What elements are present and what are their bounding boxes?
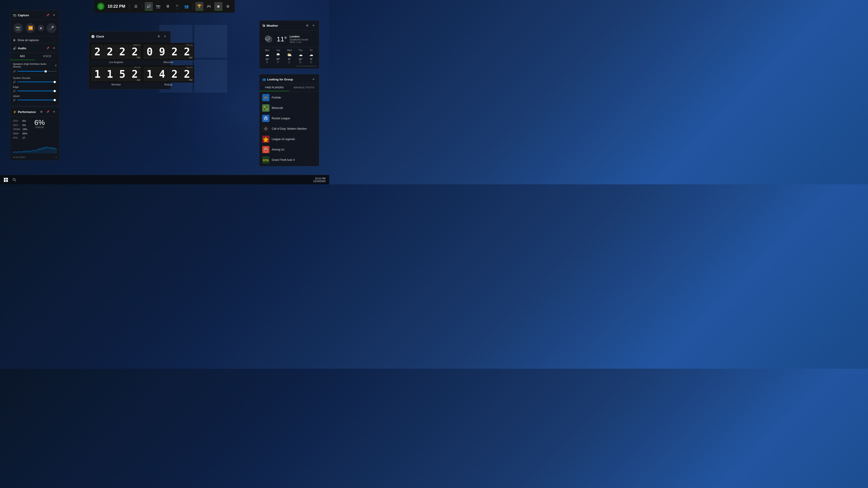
xbox-controller-btn[interactable]: 🎮: [205, 2, 213, 11]
gta5-label: Grand Theft Auto V: [272, 158, 295, 162]
rocket-league-label: Rocket League: [272, 117, 290, 120]
gpu-label: GPU: [13, 123, 22, 127]
clock-moscow: 0 9 2 2 Thu 24 AM Moscow: [143, 43, 194, 65]
system-sounds-icon: 🔊: [13, 80, 16, 84]
perf-pin-btn[interactable]: 📌: [45, 109, 51, 115]
lfg-tab-manage-posts[interactable]: MANAGE POSTS: [289, 84, 319, 91]
device-volume-track[interactable]: [18, 71, 57, 72]
perf-content: CPU 6% GPU 5% VRAM 19% RAM 56% FPS 17 6%…: [10, 117, 59, 142]
weather-settings-btn[interactable]: ⚙: [305, 23, 310, 28]
clock-la-label: Los Angeles: [90, 60, 142, 65]
capture-close-btn[interactable]: ✕: [51, 12, 57, 18]
among-us-icon: [262, 146, 270, 153]
lfg-tab-find-players[interactable]: FIND PLAYERS: [259, 84, 289, 91]
clock-moscow-label: Moscow: [143, 60, 194, 65]
perf-close-btn[interactable]: ✕: [51, 109, 57, 115]
record-last-btn[interactable]: ⏪: [26, 23, 35, 33]
lfg-panel: 👥 Looking for Group ✕ FIND PLAYERS MANAG…: [259, 74, 319, 166]
weather-close-btn[interactable]: ✕: [311, 23, 316, 28]
taskbar-clock[interactable]: 10:22 PM 12/23/2020: [313, 177, 327, 183]
audio-tab-mix[interactable]: MIX: [10, 53, 35, 60]
among-us-thumb: [262, 146, 270, 153]
lfg-game-minecraft[interactable]: Minecraft: [259, 103, 319, 113]
audio-tabs: MIX VOICE: [10, 53, 59, 60]
xbox-audio-btn[interactable]: 🔊: [145, 2, 153, 11]
start-button[interactable]: [2, 176, 10, 184]
perf-chart-area: [10, 142, 59, 156]
xbox-screen-btn[interactable]: 🖥: [164, 2, 172, 11]
xbox-overlay-btn[interactable]: ◉: [214, 2, 222, 11]
lfg-game-lol[interactable]: League of Legends: [259, 134, 319, 144]
steam-audio-slider-row: 🔊: [13, 98, 57, 101]
steam-audio-track[interactable]: [18, 100, 57, 100]
fps-label: FPS: [13, 136, 22, 140]
lfg-close-btn[interactable]: ✕: [311, 76, 316, 82]
gpu-val: 5%: [22, 123, 26, 127]
svg-text:🎮: 🎮: [264, 96, 268, 100]
ram-val: 56%: [22, 131, 27, 136]
system-sounds-fill: [18, 82, 55, 82]
clock-settings-btn[interactable]: ⚙: [156, 34, 161, 39]
mic-btn[interactable]: 🎤: [46, 23, 57, 33]
xbox-settings-btn[interactable]: ⚙: [224, 2, 232, 11]
audio-tab-voice[interactable]: VOICE: [35, 53, 59, 60]
lfg-game-fortnite[interactable]: 🎮 Fortnite: [259, 92, 319, 103]
audio-close-btn[interactable]: ✕: [51, 45, 57, 51]
lfg-game-cod-mw[interactable]: Call of Duty: Modern Warfare: [259, 124, 319, 134]
perf-chart-left-label: 60 SECONDS: [13, 156, 26, 158]
steam-audio-thumb: [54, 99, 56, 101]
weather-day-tue-hi: 10°: [276, 58, 280, 60]
perf-chart-labels: 60 SECONDS 0: [10, 156, 59, 160]
fortnite-icon: 🎮: [262, 94, 270, 101]
lfg-panel-header: 👥 Looking for Group ✕: [259, 74, 319, 84]
audio-icon: 🔊: [13, 46, 17, 50]
system-sounds-track[interactable]: [18, 82, 57, 82]
screenshot-btn[interactable]: 📷: [13, 23, 23, 33]
audio-device-row[interactable]: Speakers (High Definition Audio Device) …: [13, 63, 57, 68]
cod-mw-thumb: [262, 125, 270, 132]
weather-location-block: London Scattered clouds Wind: 1 m/s: [289, 35, 308, 43]
clock-close-btn[interactable]: ✕: [162, 34, 168, 39]
perf-chart-right-label: 0: [56, 156, 57, 158]
svg-rect-24: [4, 178, 6, 180]
audio-header-actions: 📌 ✕: [45, 45, 57, 51]
perf-frequency: 3,60GHz: [35, 126, 44, 129]
cpu-stat: CPU 6%: [13, 119, 32, 123]
gta5-thumb: GTA: [262, 156, 270, 164]
record-btn[interactable]: ⏺: [38, 25, 44, 31]
xbox-achievements-btn[interactable]: 🏆: [195, 2, 204, 11]
flip-moscow-ampm: AM: [189, 57, 192, 59]
xbox-logo[interactable]: [97, 3, 104, 10]
xbox-menu-btn[interactable]: ☰: [132, 2, 140, 11]
lfg-tabs: FIND PLAYERS MANAGE POSTS: [259, 84, 319, 92]
taskbar-search-btn[interactable]: [10, 176, 19, 184]
lfg-game-among-us[interactable]: Among Us: [259, 144, 319, 155]
flip-la-m1: 2: [116, 45, 128, 59]
steam-audio-label: steam: [13, 95, 57, 97]
lfg-game-rocket-league[interactable]: Rocket League: [259, 113, 319, 124]
xbox-capture-btn[interactable]: 📷: [154, 2, 162, 11]
capture-pin-btn[interactable]: 📌: [45, 12, 51, 18]
svg-rect-26: [4, 180, 6, 182]
device-volume-thumb: [44, 70, 47, 72]
lfg-game-gta5[interactable]: GTA Grand Theft Auto V: [259, 155, 319, 165]
flip-mumbai-ampm: AM: [137, 79, 140, 81]
flip-moscow-date: Thu 24: [186, 44, 193, 46]
perf-settings-btn[interactable]: ⚙: [39, 109, 44, 115]
edge-audio-track[interactable]: [18, 91, 57, 91]
svg-point-4: [265, 37, 270, 40]
steam-audio-icon: 🔊: [13, 98, 16, 101]
weather-city: London: [289, 35, 308, 38]
xbox-remote-btn[interactable]: 📱: [173, 2, 181, 11]
audio-content: Speakers (High Definition Audio Device) …: [10, 60, 59, 106]
perf-icon: ⚡: [13, 110, 17, 113]
clock-beijing-label: Beijing: [143, 83, 194, 87]
xbox-friends-btn[interactable]: 👥: [182, 2, 191, 11]
audio-device-chevron: ∨: [55, 64, 57, 67]
flip-la-h2: 2: [104, 45, 116, 59]
audio-pin-btn[interactable]: 📌: [45, 45, 51, 51]
device-volume-row: 🔊: [13, 70, 57, 73]
weather-icon-big: [263, 33, 274, 44]
weather-panel: 🌤 Weather ⚙ ✕ 11° London Scattered cloud…: [259, 20, 319, 69]
steam-audio-item: steam 🔊: [13, 95, 57, 101]
